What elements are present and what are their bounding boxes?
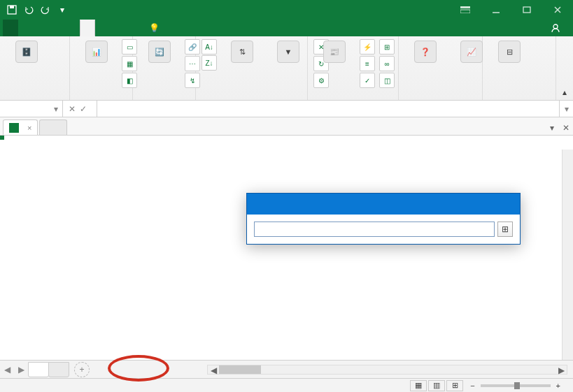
tab-help[interactable]: 💡	[141, 20, 170, 36]
remove-duplicates-button[interactable]: ≡	[360, 56, 375, 71]
svg-rect-3	[460, 10, 470, 13]
svg-rect-2	[460, 6, 470, 8]
qat-customize-icon[interactable]: ▾	[55, 2, 70, 17]
tab-insert[interactable]	[34, 20, 49, 36]
collapse-ribbon-icon[interactable]: ▴	[556, 36, 573, 100]
sheet-tab-2[interactable]	[48, 362, 69, 377]
sheet-tab-1[interactable]	[28, 362, 49, 377]
close-tab-icon[interactable]: ×	[27, 124, 31, 132]
save-icon[interactable]	[4, 2, 20, 17]
horizontal-scrollbar[interactable]: ◀▶	[207, 365, 567, 375]
svg-rect-1	[10, 6, 14, 8]
sort-button[interactable]: ⇅	[221, 39, 263, 64]
enter-formula-icon[interactable]: ✓	[80, 104, 87, 114]
tab-menu-icon[interactable]: ▾	[545, 121, 559, 135]
tab-page-layout[interactable]	[49, 20, 64, 36]
new-query-button[interactable]: 📊	[76, 39, 118, 64]
consolidate-button[interactable]: ⊞	[379, 39, 395, 55]
status-bar: ▦ ▥ ⊞ − +	[0, 378, 573, 392]
page-break-view-icon[interactable]: ⊞	[446, 380, 463, 391]
sheet-tab-strip: ◀ ▶ + ◀▶	[0, 360, 573, 378]
flash-fill-button[interactable]: ⚡	[360, 39, 375, 55]
outline-button[interactable]: ⊟	[488, 39, 530, 64]
ribbon-options-icon[interactable]	[450, 0, 481, 20]
relationships-button[interactable]: ∞	[379, 56, 395, 71]
tab-home[interactable]	[18, 20, 34, 36]
data-validation-button[interactable]: ✓	[360, 73, 375, 88]
close-all-icon[interactable]: ✕	[559, 121, 573, 135]
expand-formula-bar-icon[interactable]: ▾	[559, 101, 573, 117]
tab-file[interactable]	[3, 20, 18, 36]
zoom-slider[interactable]	[481, 384, 551, 387]
ribbon: 🗄️ 📊 ▭▦◧ 🔄 🔗⋯↯ A↓Z↓ ⇅ ▼ ✕↻⚙ 📰 ⚡≡✓ ⊞∞◫	[0, 36, 573, 101]
cancel-formula-icon[interactable]: ✕	[69, 104, 76, 114]
title-bar: ▾	[0, 0, 573, 20]
undo-icon[interactable]	[21, 2, 36, 17]
zoom-in-icon[interactable]: +	[556, 382, 560, 390]
zoom-out-icon[interactable]: −	[470, 382, 474, 390]
filter-button[interactable]: ▼	[267, 39, 309, 64]
minimize-icon[interactable]	[481, 0, 511, 20]
svg-rect-5	[523, 7, 530, 13]
tab-data[interactable]	[80, 20, 95, 36]
page-layout-view-icon[interactable]: ▥	[428, 380, 445, 391]
share-button[interactable]	[542, 20, 573, 36]
dialog-range-picker-icon[interactable]: ⊞	[497, 222, 513, 237]
tab-view[interactable]	[111, 20, 126, 36]
svg-point-8	[553, 24, 558, 29]
maximize-icon[interactable]	[511, 0, 542, 20]
workbook-tab-active[interactable]: ×	[3, 119, 38, 135]
close-icon[interactable]	[542, 0, 573, 20]
tab-office-tab[interactable]	[126, 20, 141, 36]
formula-bar: ▾ ✕ ✓ ▾	[0, 101, 573, 117]
excel-file-icon	[9, 123, 19, 133]
tab-review[interactable]	[95, 20, 111, 36]
sort-az-button[interactable]: A↓	[201, 39, 217, 55]
dialog-range-input[interactable]	[254, 222, 495, 237]
refresh-all-button[interactable]: 🔄	[139, 39, 181, 64]
ribbon-tabs: 💡	[0, 20, 573, 36]
sort-za-button[interactable]: Z↓	[201, 55, 217, 71]
manage-data-model-button[interactable]: ◫	[379, 73, 395, 88]
get-external-data-button[interactable]: 🗄️	[6, 39, 48, 64]
vertical-scrollbar[interactable]	[562, 150, 573, 360]
name-box[interactable]: ▾	[0, 101, 63, 117]
what-if-button[interactable]: ❓	[404, 39, 446, 64]
data-validation-dialog: ⊞	[246, 193, 521, 245]
normal-view-icon[interactable]: ▦	[410, 380, 427, 391]
sheet-nav-next-icon[interactable]: ▶	[14, 365, 28, 375]
add-sheet-icon[interactable]: +	[74, 362, 90, 377]
workbook-tab-blank[interactable]	[39, 119, 67, 135]
redo-icon[interactable]	[38, 2, 53, 17]
worksheet-grid[interactable]	[0, 136, 573, 360]
workbook-tabs: × ▾ ✕	[0, 117, 573, 136]
tab-formulas[interactable]	[64, 20, 80, 36]
formula-input[interactable]	[97, 101, 559, 117]
sheet-nav-prev-icon[interactable]: ◀	[0, 365, 14, 375]
text-to-columns-button[interactable]: 📰	[313, 39, 355, 64]
